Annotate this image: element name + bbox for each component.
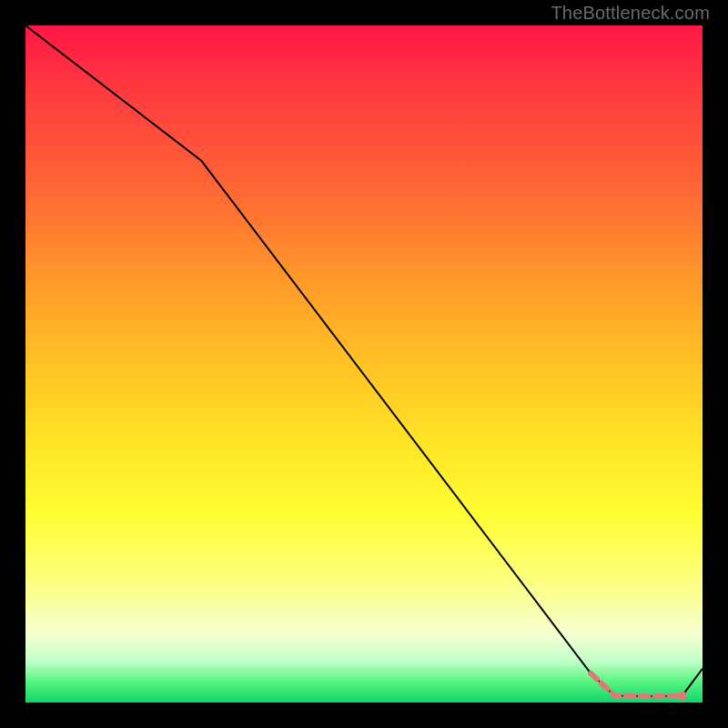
- curve-dotted-segment: [591, 673, 682, 696]
- plot-area: [25, 25, 703, 703]
- curve-end-marker: [678, 692, 687, 701]
- curve-line: [25, 25, 703, 696]
- chart-overlay: [25, 25, 703, 703]
- series-curve: [25, 25, 703, 701]
- watermark-text: TheBottleneck.com: [551, 3, 710, 24]
- chart-stage: TheBottleneck.com: [0, 0, 728, 728]
